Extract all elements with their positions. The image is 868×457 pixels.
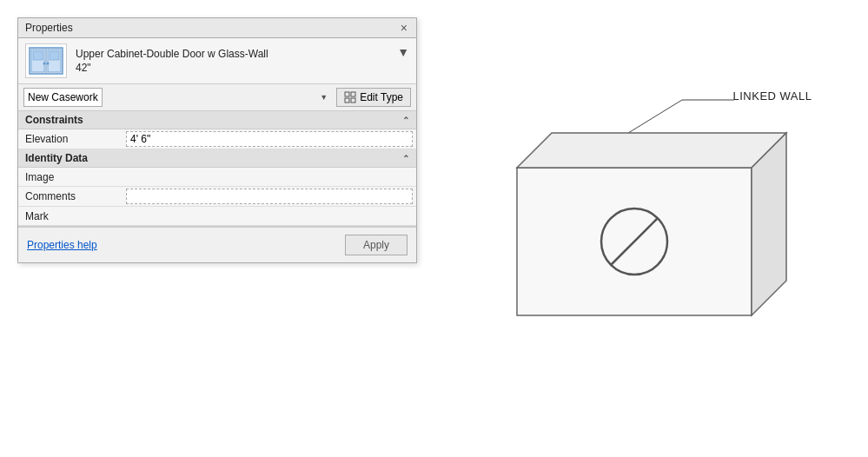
panel-titlebar: Properties ×: [18, 18, 416, 38]
prop-label-mark: Mark: [18, 207, 123, 225]
comments-input[interactable]: [126, 189, 413, 204]
apply-button[interactable]: Apply: [345, 235, 407, 255]
section-constraints-label: Constraints: [25, 114, 83, 126]
close-button[interactable]: ×: [399, 22, 409, 34]
type-selector-wrapper: New Casework: [23, 88, 331, 107]
constraints-collapse-icon[interactable]: ⌃: [402, 116, 409, 125]
svg-rect-9: [351, 92, 355, 96]
wall-3d-container: LINKED WALL: [465, 63, 830, 394]
prop-label-elevation: Elevation: [18, 129, 123, 149]
property-row-elevation: Elevation: [18, 129, 416, 149]
svg-rect-11: [351, 98, 355, 103]
edit-type-icon: [344, 91, 356, 103]
wall-3d-svg: [465, 63, 830, 385]
linked-wall-label: LINKED WALL: [733, 89, 812, 103]
element-size: 42": [76, 62, 388, 74]
svg-point-6: [43, 63, 46, 65]
panel-footer: Properties help Apply: [18, 227, 416, 262]
svg-rect-4: [33, 51, 43, 60]
section-constraints[interactable]: Constraints ⌃: [18, 111, 416, 129]
properties-table: Constraints ⌃ Elevation Identity Data ⌃ …: [18, 111, 416, 227]
prop-value-elevation[interactable]: [123, 129, 416, 149]
element-thumbnail: [25, 43, 67, 78]
edit-type-button[interactable]: Edit Type: [336, 88, 411, 107]
panel-title: Properties: [25, 22, 73, 34]
prop-value-comments[interactable]: [123, 187, 416, 206]
property-row-mark: Mark: [18, 207, 416, 226]
element-info: Upper Cabinet-Double Door w Glass-Wall 4…: [76, 48, 388, 74]
svg-line-13: [621, 100, 682, 137]
prop-value-image: [123, 168, 416, 186]
element-name: Upper Cabinet-Double Door w Glass-Wall: [76, 48, 388, 60]
prop-label-comments: Comments: [18, 187, 123, 206]
svg-rect-8: [345, 92, 349, 96]
prop-label-image: Image: [18, 168, 123, 186]
viewport-area: LINKED WALL: [443, 17, 851, 440]
property-row-image: Image: [18, 168, 416, 187]
type-selector[interactable]: New Casework: [23, 88, 103, 107]
type-selector-row: New Casework Edit Type: [18, 84, 416, 111]
properties-panel: Properties × Upper Cabinet-Double Door w…: [17, 17, 417, 263]
element-dropdown-arrow[interactable]: ▼: [397, 45, 409, 59]
section-identity-label: Identity Data: [25, 152, 88, 164]
element-header: Upper Cabinet-Double Door w Glass-Wall 4…: [18, 38, 416, 84]
property-row-comments: Comments: [18, 187, 416, 207]
svg-rect-10: [345, 98, 349, 103]
elevation-input[interactable]: [126, 131, 413, 147]
properties-help-link[interactable]: Properties help: [27, 239, 97, 251]
prop-value-mark: [123, 207, 416, 225]
section-identity-data[interactable]: Identity Data ⌃: [18, 149, 416, 168]
svg-point-7: [47, 63, 50, 65]
edit-type-label: Edit Type: [360, 91, 403, 103]
svg-rect-5: [50, 51, 59, 60]
identity-collapse-icon[interactable]: ⌃: [402, 154, 409, 163]
svg-marker-15: [517, 133, 786, 168]
